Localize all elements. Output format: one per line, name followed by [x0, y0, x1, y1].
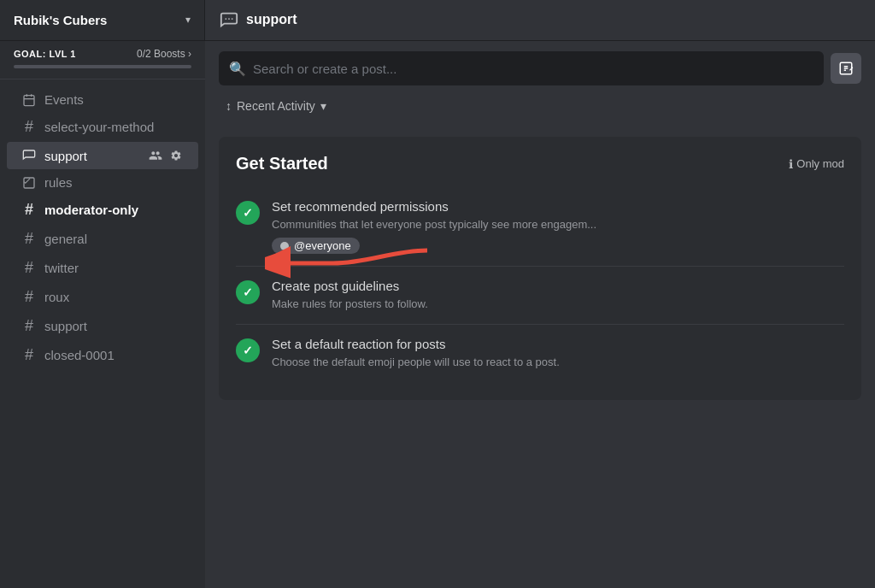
search-bar[interactable]: 🔍 Search or create a post...	[219, 51, 824, 85]
svg-rect-3	[24, 95, 34, 105]
task-guidelines-content: Create post guidelines Make rules for po…	[272, 279, 844, 312]
filter-button[interactable]: ↕ Recent Activity ▾	[219, 96, 333, 116]
channel-name: support	[246, 12, 297, 27]
sidebar-item-support-label: support	[44, 149, 87, 163]
sidebar: GOAL: LVL 1 0/2 Boosts › Events	[0, 41, 205, 588]
task-permissions: ✓ Set recommended permissions Communitie…	[236, 187, 844, 267]
only-mod-label: ℹ Only mod	[789, 157, 844, 171]
search-placeholder: Search or create a post...	[253, 62, 396, 76]
sidebar-item-support[interactable]: support	[7, 142, 198, 169]
task-permissions-title: Set recommended permissions	[272, 199, 844, 214]
task-check-guidelines: ✓	[236, 280, 260, 304]
progress-bar-bg	[14, 65, 191, 68]
task-permissions-content: Set recommended permissions Communities …	[272, 199, 844, 254]
sidebar-item-select-method[interactable]: # select-your-method	[7, 113, 198, 141]
svg-point-0	[225, 18, 226, 20]
goal-label: GOAL: LVL 1	[14, 49, 76, 59]
tag-label: @everyone	[294, 239, 351, 252]
task-reaction-desc: Choose the default emoji people will use…	[272, 355, 844, 370]
gear-icon[interactable]	[167, 147, 185, 164]
sidebar-item-select-method-label: select-your-method	[44, 120, 154, 134]
svg-point-2	[232, 18, 233, 20]
hash-general-icon: #	[21, 230, 38, 248]
sidebar-item-general[interactable]: # general	[7, 225, 198, 253]
everyone-tag[interactable]: @everyone	[272, 238, 360, 254]
sidebar-item-roux-label: roux	[44, 290, 69, 304]
task-guidelines-title: Create post guidelines	[272, 279, 844, 293]
task-reaction-title: Set a default reaction for posts	[272, 337, 844, 351]
sidebar-item-roux[interactable]: # roux	[7, 283, 198, 311]
hash-closed-icon: #	[21, 346, 38, 364]
get-started-section: Get Started ℹ Only mod ✓ Set recommended…	[219, 137, 861, 400]
checklist-icon	[21, 176, 38, 190]
task-permissions-desc: Communities that let everyone post typic…	[272, 217, 844, 232]
sidebar-item-closed[interactable]: # closed-0001	[7, 341, 198, 369]
sidebar-item-rules-label: rules	[44, 175, 73, 190]
forum-icon	[21, 149, 38, 162]
sidebar-item-twitter[interactable]: # twitter	[7, 254, 198, 282]
sidebar-item-support2-label: support	[44, 319, 87, 333]
sidebar-item-closed-label: closed-0001	[44, 348, 115, 362]
server-name: Rubik's Cubers	[14, 13, 107, 27]
server-chevron-icon: ▾	[185, 14, 191, 26]
checkmark-icon-3: ✓	[243, 344, 253, 357]
main-content: 🔍 Search or create a post... ↕ Recent Ac…	[205, 41, 875, 588]
tag-dot	[280, 242, 289, 250]
task-reaction: ✓ Set a default reaction for posts Choos…	[236, 325, 844, 382]
task-guidelines-desc: Make rules for posters to follow.	[272, 297, 844, 312]
sort-icon: ↕	[226, 99, 232, 113]
info-icon: ℹ	[789, 157, 793, 171]
get-started-title: Get Started	[236, 154, 328, 173]
filter-row: ↕ Recent Activity ▾	[205, 92, 875, 123]
boosts-text[interactable]: 0/2 Boosts ›	[137, 48, 191, 60]
channel-header-forum-icon	[219, 9, 239, 30]
server-header[interactable]: Rubik's Cubers ▾	[0, 0, 205, 41]
calendar-icon	[21, 93, 38, 107]
task-check-permissions: ✓	[236, 201, 260, 225]
get-started-header: Get Started ℹ Only mod	[236, 154, 844, 173]
task-guidelines: ✓ Create post guidelines Make rules for …	[236, 267, 844, 325]
search-row: 🔍 Search or create a post...	[205, 41, 875, 92]
hash-roux-icon: #	[21, 288, 38, 306]
checkmark-icon-2: ✓	[243, 285, 253, 299]
channel-header: support	[205, 0, 875, 41]
hash-twitter-icon: #	[21, 259, 38, 277]
content-scroll: Get Started ℹ Only mod ✓ Set recommended…	[205, 123, 875, 588]
filter-chevron-icon: ▾	[320, 99, 326, 113]
sidebar-item-support2[interactable]: # support	[7, 312, 198, 340]
sidebar-item-events-label: Events	[44, 92, 84, 107]
hash-icon: #	[21, 118, 38, 136]
hash-moderator-icon: #	[21, 201, 38, 219]
task-reaction-content: Set a default reaction for posts Choose …	[272, 337, 844, 370]
filter-label: Recent Activity	[237, 99, 315, 113]
sidebar-item-twitter-label: twitter	[44, 261, 79, 275]
goal-section: GOAL: LVL 1 0/2 Boosts ›	[0, 41, 205, 79]
compose-button[interactable]	[831, 53, 861, 84]
checkmark-icon: ✓	[243, 206, 253, 220]
sidebar-item-moderator-label: moderator-only	[44, 203, 138, 217]
add-member-icon[interactable]	[147, 147, 164, 164]
sidebar-item-general-label: general	[44, 232, 87, 246]
sidebar-channels: Events # select-your-method support	[0, 79, 205, 377]
task-check-reaction: ✓	[236, 338, 260, 362]
hash-support2-icon: #	[21, 317, 38, 335]
sidebar-item-rules[interactable]: rules	[7, 170, 198, 195]
sidebar-item-support-actions	[147, 147, 185, 164]
svg-point-1	[228, 18, 230, 20]
sidebar-item-moderator-only[interactable]: # moderator-only	[7, 196, 198, 224]
sidebar-item-events[interactable]: Events	[7, 87, 198, 112]
search-icon: 🔍	[229, 61, 246, 77]
